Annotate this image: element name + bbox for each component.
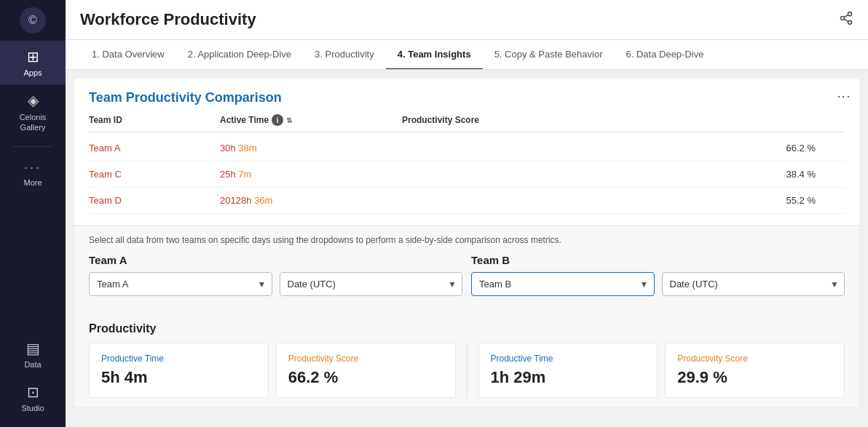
team-b-date-select[interactable]: Date (UTC) xyxy=(662,272,845,296)
tab-team-insights[interactable]: 4. Team Insights xyxy=(386,40,483,70)
table-row: Team A 30h 38m 66.2 % xyxy=(89,135,845,161)
metric-value: 5h 4m xyxy=(101,368,256,387)
sidebar-item-studio[interactable]: ⊡ Studio xyxy=(0,376,66,420)
table-row: Team C 25h 7m 38.4 % xyxy=(89,161,845,188)
header: Workforce Productivity xyxy=(66,0,868,40)
content-area: Team Productivity Comparison ⋮ Team ID A… xyxy=(66,70,868,427)
metric-label: Productive Time xyxy=(101,354,256,364)
tab-productivity[interactable]: 3. Productivity xyxy=(303,40,386,70)
apps-icon: ⊞ xyxy=(27,48,39,65)
share-button[interactable] xyxy=(839,11,853,29)
col-header-active-time: Active Time i ⇅ xyxy=(220,114,402,126)
table-section: Team Productivity Comparison ⋮ Team ID A… xyxy=(74,79,859,226)
logo-icon: © xyxy=(28,14,37,27)
table-header: Team ID Active Time i ⇅ Productivity Sco… xyxy=(89,114,845,132)
productivity-score-cell: 38.4 % xyxy=(402,169,816,180)
metric-label: Productive Time xyxy=(491,354,646,364)
sidebar-logo: © xyxy=(20,7,46,33)
sidebar-item-gallery[interactable]: ◈ CelonisGallery xyxy=(0,84,66,140)
mins-value: 7m xyxy=(238,169,251,180)
comparison-teams-row: Team A Team A Team B Team C Team D ▼ xyxy=(89,254,845,296)
productivity-metrics-section: Productivity Productive Time 5h 4m Produ… xyxy=(74,315,859,407)
sidebar-item-label: CelonisGallery xyxy=(20,112,47,133)
team-id-cell[interactable]: Team D xyxy=(89,195,220,206)
team-id-cell[interactable]: Team C xyxy=(89,169,220,180)
main-content: Workforce Productivity 1. Data Overview … xyxy=(66,0,868,427)
team-a-label: Team A xyxy=(89,254,462,266)
svg-point-0 xyxy=(848,12,852,15)
sidebar-divider xyxy=(13,146,52,147)
metric-card-prod-time-a: Productive Time 5h 4m xyxy=(89,343,269,398)
team-a-team-selector-wrapper: Team A Team B Team C Team D ▼ xyxy=(89,272,272,296)
productivity-score-cell: 66.2 % xyxy=(402,143,816,153)
sidebar-item-more[interactable]: ··· More xyxy=(0,153,66,194)
team-b-team-selector-wrapper: Team B Team A Team C Team D ▼ xyxy=(471,272,655,296)
svg-line-4 xyxy=(844,15,848,17)
team-b-date-selector-wrapper: Date (UTC) ▼ xyxy=(662,272,845,296)
svg-point-2 xyxy=(848,20,852,24)
studio-icon: ⊡ xyxy=(27,383,39,401)
sidebar-item-label: Studio xyxy=(21,404,44,412)
tab-data-overview[interactable]: 1. Data Overview xyxy=(80,40,176,70)
tab-data-deep-dive[interactable]: 6. Data Deep-Dive xyxy=(614,40,715,70)
svg-point-1 xyxy=(841,16,845,20)
sidebar-item-data[interactable]: ▤ Data xyxy=(0,332,66,376)
metric-label: Productivity Score xyxy=(288,354,443,364)
more-options-button[interactable]: ⋮ xyxy=(836,90,852,105)
sidebar: © ⊞ Apps ◈ CelonisGallery ··· More ▤ Dat… xyxy=(0,0,66,427)
team-a-date-select[interactable]: Date (UTC) xyxy=(280,272,463,296)
metric-label: Productivity Score xyxy=(677,354,832,364)
table-row: Team D 20128h 36m 55.2 % xyxy=(89,188,845,214)
team-id-cell[interactable]: Team A xyxy=(89,143,220,153)
team-a-team-select[interactable]: Team A Team B Team C Team D xyxy=(89,272,272,296)
col-header-productivity: Productivity Score xyxy=(402,114,816,126)
page-title: Workforce Productivity xyxy=(80,10,256,29)
comparison-section: Select all data from two teams on specif… xyxy=(74,226,859,315)
team-a-date-selector-wrapper: Date (UTC) ▼ xyxy=(280,272,463,296)
mins-value: 38m xyxy=(238,143,256,153)
team-a-selectors: Team A Team B Team C Team D ▼ Date (UTC) xyxy=(89,272,462,296)
sidebar-item-apps[interactable]: ⊞ Apps xyxy=(0,41,66,84)
col-extra xyxy=(816,114,845,126)
hours-value: 30h xyxy=(220,143,238,153)
active-time-cell: 25h 7m xyxy=(220,169,402,180)
tab-app-deep-dive[interactable]: 2. Application Deep-Dive xyxy=(176,40,303,70)
comparison-hint-text: Select all data from two teams on specif… xyxy=(89,235,845,245)
team-a-block: Team A Team A Team B Team C Team D ▼ xyxy=(89,254,462,296)
sidebar-item-label: Data xyxy=(24,360,41,369)
tab-bar: 1. Data Overview 2. Application Deep-Div… xyxy=(66,40,868,70)
productivity-section-label: Productivity xyxy=(89,322,845,335)
productivity-score-cell: 55.2 % xyxy=(402,195,816,206)
sort-icon[interactable]: ⇅ xyxy=(286,116,292,124)
gallery-icon: ◈ xyxy=(28,92,39,109)
active-time-info-icon[interactable]: i xyxy=(272,114,283,126)
metric-value: 1h 29m xyxy=(491,368,646,387)
sidebar-item-label: More xyxy=(23,178,42,187)
data-icon: ▤ xyxy=(26,340,40,357)
team-b-selectors: Team B Team A Team C Team D ▼ Date (UTC) xyxy=(471,272,845,296)
hours-value: 25h xyxy=(220,169,238,180)
svg-line-3 xyxy=(844,19,848,21)
more-icon: ··· xyxy=(24,160,42,175)
table-section-title: Team Productivity Comparison xyxy=(89,90,845,105)
metric-card-prod-score-a: Productivity Score 66.2 % xyxy=(276,343,456,398)
metric-value: 66.2 % xyxy=(288,368,443,387)
tab-copy-paste[interactable]: 5. Copy & Paste Behavior xyxy=(483,40,615,70)
team-b-block: Team B Team B Team A Team C Team D ▼ xyxy=(471,254,845,296)
col-header-team-id: Team ID xyxy=(89,114,220,126)
metrics-divider xyxy=(467,343,467,398)
metric-value: 29.9 % xyxy=(677,368,832,387)
metric-card-prod-score-b: Productivity Score 29.9 % xyxy=(665,343,845,398)
productivity-table: Team ID Active Time i ⇅ Productivity Sco… xyxy=(89,114,845,214)
hours-value: 20128h xyxy=(220,195,254,206)
active-time-cell: 30h 38m xyxy=(220,143,402,153)
metrics-row: Productive Time 5h 4m Productivity Score… xyxy=(89,343,845,398)
team-b-label: Team B xyxy=(471,254,845,266)
team-b-team-select[interactable]: Team B Team A Team C Team D xyxy=(471,272,655,296)
sidebar-item-label: Apps xyxy=(23,68,42,77)
active-time-cell: 20128h 36m xyxy=(220,195,402,206)
metric-card-prod-time-b: Productive Time 1h 29m xyxy=(478,343,658,398)
mins-value: 36m xyxy=(254,195,272,206)
